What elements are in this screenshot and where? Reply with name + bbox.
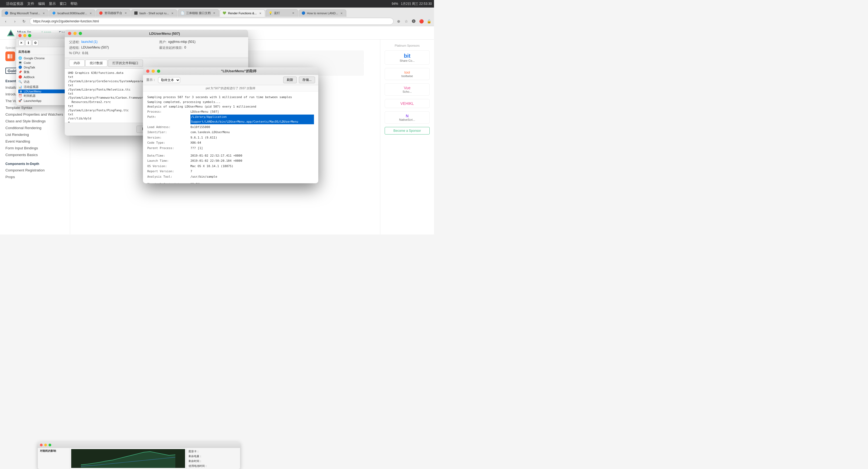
- am-item-ldusermenu[interactable]: 🖥LDUserMenu: [18, 90, 68, 93]
- am-item-juju[interactable]: 📌聚集: [18, 70, 68, 75]
- am-settings-btn[interactable]: ⚙: [32, 40, 38, 46]
- sidebar-item-computed[interactable]: Computed Properties and Watchers: [0, 111, 70, 118]
- sidebar-item-form[interactable]: Form Input Bindings: [0, 145, 70, 152]
- sampling-minimize-btn[interactable]: [152, 70, 155, 73]
- traffic-light-yellow[interactable]: [23, 34, 26, 37]
- tab-santi[interactable]: 📄 三体稳核 接口文档 ✕: [178, 9, 219, 17]
- sponsor-vehikl[interactable]: VEHIKL: [385, 99, 430, 108]
- extension3-icon[interactable]: 🔒: [426, 18, 432, 24]
- tab-close-lantern[interactable]: ✕: [291, 11, 295, 15]
- am-info-btn[interactable]: ℹ: [25, 40, 31, 46]
- am-item-activitymonitor[interactable]: 📊活动监视器: [18, 85, 68, 90]
- refresh-button[interactable]: ↻: [21, 18, 28, 25]
- sponsor-vueschool[interactable]: Vue Scho...: [385, 83, 430, 96]
- tab-stats[interactable]: 统计数据: [85, 60, 107, 67]
- tab-localhost[interactable]: 🔷 localhost:8080/audit/... ✕: [49, 9, 95, 17]
- sampling-line: Analysis of sampling LDUserMenu (pid 507…: [147, 104, 314, 109]
- sampling-maximize-btn[interactable]: [157, 70, 160, 73]
- menu-file[interactable]: 文件: [27, 1, 34, 6]
- menu-edit[interactable]: 编辑: [38, 1, 45, 6]
- forward-button[interactable]: ›: [11, 18, 18, 25]
- am-item-finder[interactable]: 🔍访达: [18, 79, 68, 85]
- sponsor-bit[interactable]: bit Share Co...: [385, 51, 430, 65]
- tab-favicon-bing: 🔵: [5, 11, 8, 15]
- tab-files[interactable]: 打开的文件和端口: [108, 60, 143, 67]
- am-close-btn[interactable]: ✕: [18, 40, 24, 46]
- svg-rect-3: [10, 54, 12, 59]
- tab-bash[interactable]: ⬛ bash - Shell script ru... ✕: [131, 9, 177, 17]
- become-sponsor-button[interactable]: Become a Sponsor: [385, 127, 430, 134]
- extension2-icon[interactable]: 🔴: [418, 18, 424, 24]
- tab-close-render[interactable]: ✕: [258, 11, 262, 15]
- sponsor-icon: [5, 52, 15, 61]
- activity-monitor-window[interactable]: ✕ ℹ ⚙ 应用名称 🌐Google Chrome 💻Code 🔵DingTal…: [16, 32, 70, 105]
- sidebar-item-template-syntax[interactable]: Template Syntax: [0, 104, 70, 111]
- user-row: 用户: xgqfrms-mbp (501): [159, 40, 244, 44]
- tab-favicon-remove: 🔵: [302, 11, 305, 15]
- ldusermenu-titlebar: LDUserMenu (507): [65, 30, 248, 37]
- browser-chrome: 🔵 Bing Microsoft Transl... ✕ 🔷 localhost…: [0, 7, 434, 26]
- tab-label-bing: Bing Microsoft Transl...: [10, 11, 40, 15]
- am-item-time-machine[interactable]: ⏰时间机器: [18, 93, 68, 98]
- ldusermenu-minimize-btn[interactable]: [73, 32, 76, 35]
- traffic-light-red[interactable]: [18, 34, 22, 37]
- ldusermenu-maximize-btn[interactable]: [79, 32, 82, 35]
- am-item-adblock[interactable]: 🔴AdBlock: [18, 75, 68, 79]
- bookmark-icon[interactable]: ☆: [403, 18, 409, 24]
- am-item-launcher[interactable]: 🚀LauncherApp: [18, 98, 68, 103]
- ldusermenu-close-btn[interactable]: [68, 32, 71, 35]
- sidebar-item-registration[interactable]: Component Registration: [0, 167, 70, 174]
- menu-activity-monitor[interactable]: 活动监视器: [6, 1, 24, 6]
- translate-icon[interactable]: ⊕: [396, 18, 402, 24]
- tab-remove[interactable]: 🔵 How to remove LAND... ✕: [299, 9, 347, 17]
- menu-window[interactable]: 窗口: [60, 1, 67, 6]
- tab-close-remove[interactable]: ✕: [340, 11, 343, 15]
- tab-bing[interactable]: 🔵 Bing Microsoft Transl... ✕: [2, 9, 49, 17]
- sampling-path-row: Path: /Library/Application Support/LANDe…: [147, 114, 314, 124]
- sampling-close-btn[interactable]: [146, 70, 149, 73]
- sidebar-components-title: Components In-Depth: [0, 158, 70, 167]
- tab-close-bash[interactable]: ✕: [170, 11, 174, 15]
- sampling-refresh-btn[interactable]: 刷新: [283, 76, 297, 83]
- ldusermenu-tabs: 内存 统计数据 打开的文件和端口: [65, 58, 248, 69]
- tab-label-lantern: 蓝灯: [274, 11, 290, 15]
- tab-render[interactable]: 💚 Render Functions &... ✕: [220, 9, 265, 17]
- traffic-light-green[interactable]: [28, 34, 31, 37]
- back-button[interactable]: ‹: [2, 18, 9, 25]
- sidebar-item-class-style[interactable]: Class and Style Bindings: [0, 118, 70, 125]
- sidebar-item-props[interactable]: Props: [0, 174, 70, 180]
- sponsor-tooltwise[interactable]: tool tooltwise: [385, 68, 430, 80]
- am-item-dingtalk[interactable]: 🔵DingTalk: [18, 65, 68, 70]
- sidebar-item-events[interactable]: Event Handling: [0, 138, 70, 145]
- sampling-save-btn[interactable]: 存储...: [299, 76, 315, 83]
- menu-help[interactable]: 帮助: [70, 1, 78, 6]
- sampling-dialog[interactable]: "LDUserMenu"的取样 显示： 取样文本 刷新 存储... pid 为"…: [143, 67, 318, 183]
- tab-close-zixun[interactable]: ✕: [124, 11, 128, 15]
- tab-memory[interactable]: 内存: [69, 60, 85, 67]
- standard-library-icon: [7, 53, 13, 60]
- tab-close-localhost[interactable]: ✕: [89, 11, 93, 15]
- tab-zixun[interactable]: 🔴 资讯稳核平台 ✕: [96, 9, 130, 17]
- sidebar-item-components[interactable]: Components Basics: [0, 152, 70, 158]
- activity-monitor-toolbar: ✕ ℹ ⚙: [16, 39, 70, 47]
- tab-label-remove: How to remove LAND...: [307, 11, 338, 15]
- menu-display[interactable]: 显示: [49, 1, 56, 6]
- url-text: https://vuejs.org/v2/guide/render-functi…: [33, 20, 99, 23]
- sidebar-item-conditional[interactable]: Conditional Rendering: [0, 125, 70, 131]
- tab-lantern[interactable]: 💡 蓝灯 ✕: [266, 9, 298, 17]
- tab-close-bing[interactable]: ✕: [42, 11, 45, 15]
- sampling-display-select[interactable]: 取样文本: [158, 77, 180, 83]
- process-group-row: 进程组: LDUserMenu (507): [69, 45, 154, 50]
- sampling-codetype-row: Code Type: X86-64: [147, 140, 314, 145]
- tab-close-santi[interactable]: ✕: [212, 11, 216, 15]
- mac-topbar: 活动监视器 文件 编辑 显示 窗口 帮助 94% 1月2日 周三 22:53:3…: [0, 0, 434, 7]
- sidebar-item-list[interactable]: List Rendering: [0, 131, 70, 138]
- extension1-icon[interactable]: 🅖: [411, 18, 417, 24]
- url-bar[interactable]: https://vuejs.org/v2/guide/render-functi…: [30, 18, 394, 25]
- parent-process-row: 父进程: launchd (1): [69, 40, 154, 44]
- sponsor-nativescript[interactable]: N NativeScri...: [385, 111, 430, 124]
- am-item-code[interactable]: 💻Code: [18, 60, 68, 65]
- am-item-chrome[interactable]: 🌐Google Chrome: [18, 56, 68, 60]
- battery-percentage: 94%: [392, 2, 398, 6]
- tab-favicon-render: 💚: [222, 11, 226, 15]
